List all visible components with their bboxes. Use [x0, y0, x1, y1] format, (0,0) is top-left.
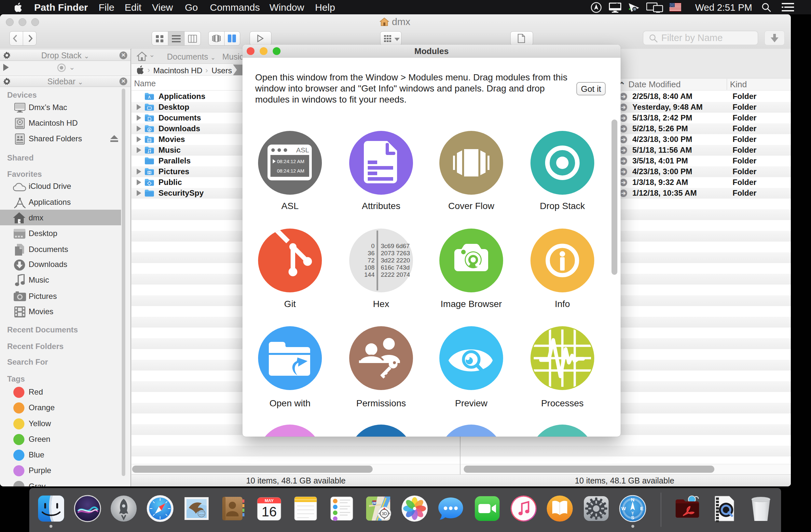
svg-text:36: 36 [368, 250, 374, 257]
svg-text:08:24:12 AM: 08:24:12 AM [277, 168, 304, 173]
svg-text:ASL: ASL [296, 146, 309, 154]
svg-text:3c69 6d67: 3c69 6d67 [381, 243, 410, 249]
svg-text:280: 280 [372, 501, 377, 505]
svg-text:72: 72 [368, 257, 374, 264]
svg-text:616c 743d: 616c 743d [381, 264, 410, 271]
svg-text:3d22 2220: 3d22 2220 [381, 257, 410, 264]
svg-text:2222 2074: 2222 2074 [381, 271, 410, 278]
svg-text:08:24:12 AM: 08:24:12 AM [277, 158, 304, 164]
svg-text:108: 108 [364, 264, 374, 271]
svg-text:3D: 3D [382, 512, 387, 516]
svg-text:144: 144 [364, 271, 374, 278]
svg-text:0: 0 [371, 243, 374, 249]
svg-text:W: W [621, 506, 626, 511]
svg-text:MAY: MAY [264, 498, 274, 503]
svg-text:E: E [640, 506, 643, 511]
svg-text:2073 7263: 2073 7263 [381, 250, 410, 257]
svg-text:16: 16 [262, 504, 277, 519]
